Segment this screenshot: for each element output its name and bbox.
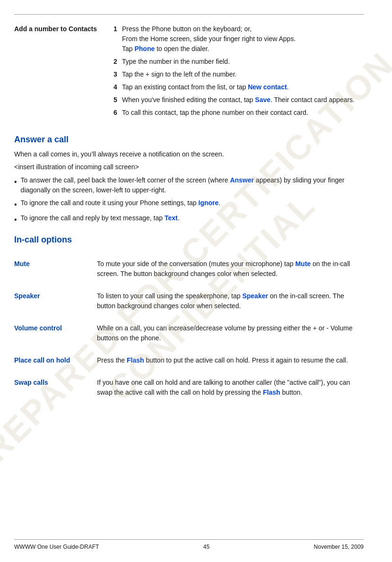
add-number-content: 1 Press the Phone button on the keyboard… bbox=[113, 24, 364, 121]
answer-call-section: Answer a call When a call comes in, you’… bbox=[14, 135, 364, 225]
incall-term-hold: Place call on hold bbox=[14, 351, 97, 373]
add-number-label: Add a number to Contacts bbox=[14, 24, 113, 121]
mute-link: Mute bbox=[295, 260, 311, 268]
incall-heading: In-call options bbox=[14, 235, 364, 245]
incall-def-mute: To mute your side of the conversation (m… bbox=[97, 254, 364, 286]
bullet-dot-1: • bbox=[14, 176, 17, 188]
step-2: 2 Type the number in the number field. bbox=[113, 57, 364, 67]
incall-term-volume: Volume control bbox=[14, 319, 97, 351]
answer-link: Answer bbox=[230, 176, 254, 184]
flash-link-1: Flash bbox=[127, 356, 144, 364]
incall-row-swap: Swap calls If you have one call on hold … bbox=[14, 373, 364, 405]
ignore-link: Ignore bbox=[199, 199, 219, 207]
footer-left: WWWW One User Guide-DRAFT bbox=[14, 544, 99, 550]
insert-note: <insert illustration of incoming call sc… bbox=[14, 163, 364, 171]
text-link: Text bbox=[165, 214, 178, 222]
bullet-answer-text: To answer the call, peel back the lower-… bbox=[21, 175, 364, 195]
new-contact-link: New contact bbox=[248, 83, 287, 91]
incall-row-volume: Volume control While on a call, you can … bbox=[14, 319, 364, 351]
step-1: 1 Press the Phone button on the keyboard… bbox=[113, 24, 364, 54]
bullet-dot-3: • bbox=[14, 214, 17, 225]
save-link: Save bbox=[255, 96, 270, 104]
incall-def-volume: While on a call, you can increase/decrea… bbox=[97, 319, 364, 351]
step-4: 4 Tap an existing contact from the list,… bbox=[113, 82, 364, 92]
footer-right: November 15, 2009 bbox=[314, 544, 364, 550]
incall-row-mute: Mute To mute your side of the conversati… bbox=[14, 254, 364, 286]
answer-call-heading: Answer a call bbox=[14, 135, 364, 145]
bullet-ignore-text: To ignore the call and route it using yo… bbox=[21, 198, 221, 208]
incall-term-swap: Swap calls bbox=[14, 373, 97, 405]
incall-def-speaker: To listen to your call using the speaker… bbox=[97, 286, 364, 319]
step-6: 6 To call this contact, tap the phone nu… bbox=[113, 108, 364, 118]
steps-list: 1 Press the Phone button on the keyboard… bbox=[113, 24, 364, 118]
step-3: 3 Tap the + sign to the left of the numb… bbox=[113, 69, 364, 79]
footer-center: 45 bbox=[203, 544, 209, 550]
answer-call-intro: When a call comes in, you’ll always rece… bbox=[14, 149, 364, 159]
top-rule bbox=[14, 14, 364, 15]
page-container: PREPARED FOR CERTIFICATIONCONFIDENTIAL A… bbox=[0, 0, 392, 562]
speaker-link: Speaker bbox=[242, 292, 268, 300]
incall-row-hold: Place call on hold Press the Flash butto… bbox=[14, 351, 364, 373]
incall-def-hold: Press the Flash button to put the active… bbox=[97, 351, 364, 373]
incall-def-swap: If you have one call on hold and are tal… bbox=[97, 373, 364, 405]
step-5: 5 When you've finished editing the conta… bbox=[113, 95, 364, 105]
incall-section: In-call options Mute To mute your side o… bbox=[14, 235, 364, 405]
add-number-section: Add a number to Contacts 1 Press the Pho… bbox=[14, 24, 364, 121]
incall-term-mute: Mute bbox=[14, 254, 97, 286]
footer: WWWW One User Guide-DRAFT 45 November 15… bbox=[14, 539, 364, 550]
flash-link-2: Flash bbox=[263, 389, 280, 396]
incall-term-speaker: Speaker bbox=[14, 286, 97, 319]
incall-row-speaker: Speaker To listen to your call using the… bbox=[14, 286, 364, 319]
bullet-dot-2: • bbox=[14, 199, 17, 210]
incall-table: Mute To mute your side of the conversati… bbox=[14, 254, 364, 405]
bullet-text: • To ignore the call and reply by text m… bbox=[14, 213, 364, 225]
bullet-answer: • To answer the call, peel back the lowe… bbox=[14, 175, 364, 195]
answer-bullets: • To answer the call, peel back the lowe… bbox=[14, 175, 364, 225]
bullet-ignore: • To ignore the call and route it using … bbox=[14, 198, 364, 210]
bullet-text-reply: To ignore the call and reply by text mes… bbox=[21, 213, 180, 223]
phone-link: Phone bbox=[134, 45, 155, 52]
